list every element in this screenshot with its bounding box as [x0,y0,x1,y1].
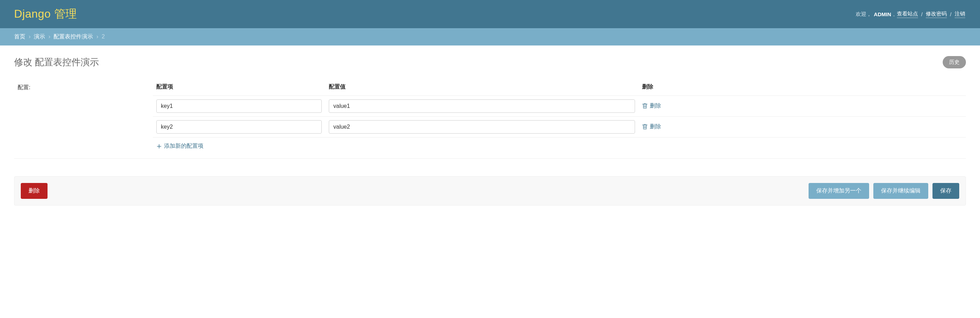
save-button[interactable]: 保存 [932,183,959,199]
header-value: 配置值 [325,83,638,96]
save-add-another-button[interactable]: 保存并增加另一个 [808,183,869,199]
config-label: 配置: [14,83,153,153]
config-value-input[interactable] [329,120,635,134]
content: 修改 配置表控件演示 历史 配置: 配置项 配置值 删除 [0,45,980,220]
table-row: 删除 [153,96,966,117]
submit-row: 删除 保存并增加另一个 保存并继续编辑 保存 [14,176,966,206]
table-row: 删除 [153,117,966,137]
breadcrumb: 首页 › 演示 › 配置表控件演示 › 2 [0,28,980,45]
breadcrumb-current: 2 [102,34,105,40]
breadcrumb-home[interactable]: 首页 [14,34,25,40]
trash-icon [642,124,648,130]
separator: / [921,11,923,17]
config-table: 配置项 配置值 删除 [153,83,966,137]
add-row-link[interactable]: 添加新的配置项 [153,137,207,153]
header-delete: 删除 [638,83,966,96]
delete-row-label: 删除 [650,102,661,110]
header-key: 配置项 [153,83,325,96]
delete-button[interactable]: 删除 [21,183,48,199]
delete-row-link[interactable]: 删除 [642,123,661,131]
breadcrumb-app[interactable]: 演示 [34,34,45,40]
plus-icon [156,144,162,149]
dot: . [893,11,894,17]
logout-link[interactable]: 注销 [955,11,965,18]
change-password-link[interactable]: 修改密码 [926,11,947,18]
config-key-input[interactable] [156,120,322,134]
site-branding[interactable]: Django 管理 [14,6,77,22]
content-header: 修改 配置表控件演示 历史 [14,56,966,69]
delete-row-label: 删除 [650,123,661,131]
breadcrumb-model[interactable]: 配置表控件演示 [54,34,93,40]
user-tools: 欢迎， ADMIN. 查看站点 / 修改密码 / 注销 [856,11,966,18]
separator: / [950,11,951,17]
config-form-row: 配置: 配置项 配置值 删除 [14,78,966,159]
delete-row-link[interactable]: 删除 [642,102,661,110]
breadcrumb-sep: › [97,34,98,40]
trash-icon [642,103,648,109]
page-title: 修改 配置表控件演示 [14,56,99,69]
admin-header: Django 管理 欢迎， ADMIN. 查看站点 / 修改密码 / 注销 [0,0,980,28]
config-key-input[interactable] [156,99,322,113]
save-continue-button[interactable]: 保存并继续编辑 [873,183,928,199]
view-site-link[interactable]: 查看站点 [897,11,918,18]
username: ADMIN [874,11,891,17]
config-value-input[interactable] [329,99,635,113]
breadcrumb-sep: › [29,34,30,40]
add-row-label: 添加新的配置项 [164,142,204,150]
history-button[interactable]: 历史 [943,56,966,69]
breadcrumb-sep: › [49,34,50,40]
welcome-text: 欢迎， [856,11,872,18]
config-field: 配置项 配置值 删除 [153,83,966,153]
